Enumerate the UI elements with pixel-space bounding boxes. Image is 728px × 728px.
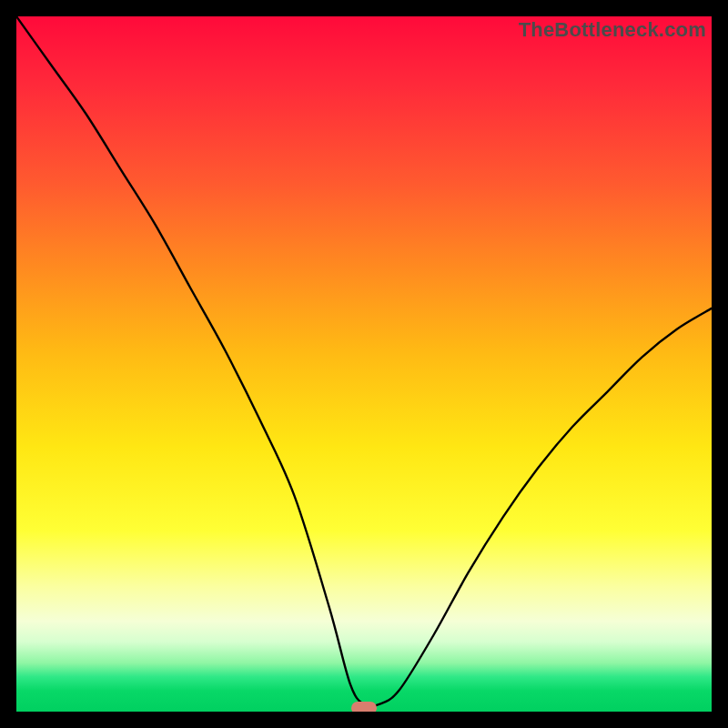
watermark-text: TheBottleneck.com xyxy=(519,18,706,42)
optimum-marker xyxy=(351,702,377,712)
background-gradient xyxy=(16,16,712,712)
stage: TheBottleneck.com xyxy=(0,0,728,728)
plot-area: TheBottleneck.com xyxy=(16,16,712,712)
